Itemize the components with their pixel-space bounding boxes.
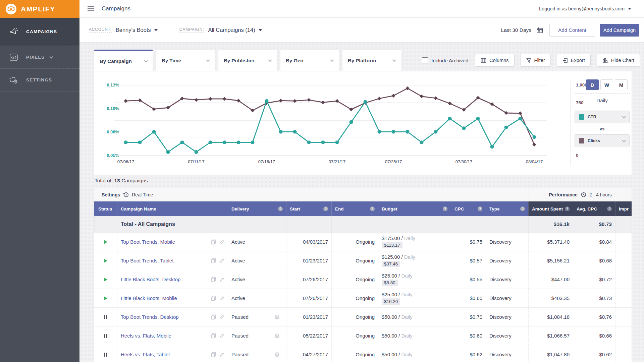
tab-by-campaign[interactable]: By Campaign: [94, 50, 153, 71]
date-range-picker[interactable]: Last 30 Days: [501, 26, 543, 34]
tab-by-platform[interactable]: By Platform: [342, 50, 401, 71]
column-header-end[interactable]: End?: [331, 201, 378, 216]
row-action-icons: [211, 352, 224, 357]
column-header-amount-spent[interactable]: Amount Spent?: [528, 201, 573, 216]
table-row: Little Black Boots, DesktopActive07/26/2…: [94, 270, 632, 289]
ctr-point: [350, 120, 353, 124]
column-header-campaign-name[interactable]: Campaign Name: [117, 201, 228, 216]
pencil-edit-icon[interactable]: [219, 296, 224, 301]
sidebar-item-label: PIXELS: [26, 55, 45, 60]
primary-metric-dropdown[interactable]: CTR: [575, 111, 630, 123]
chevron-down-icon: [622, 115, 626, 118]
secondary-metric-dropdown[interactable]: Clicks: [575, 134, 630, 147]
delivery-value: Paused: [231, 314, 249, 320]
filter-button[interactable]: Filter: [521, 54, 551, 67]
pencil-edit-icon[interactable]: [219, 333, 224, 339]
column-header-status[interactable]: Status: [94, 201, 117, 216]
logged-in-menu[interactable]: Logged in as benny@bennysboots.com: [539, 6, 631, 11]
campaign-name-link[interactable]: Top Boot Trends, Tablet: [121, 258, 173, 263]
copy-icon[interactable]: [211, 333, 216, 339]
total-status-cell: [94, 216, 117, 232]
include-archived-checkbox[interactable]: Include Archived: [422, 57, 468, 63]
filter-label: Filter: [534, 58, 545, 63]
help-icon[interactable]: ?: [478, 206, 482, 211]
column-header-budget[interactable]: Budget?: [378, 201, 451, 216]
help-icon[interactable]: ?: [275, 315, 279, 319]
column-header-start[interactable]: Start?: [286, 201, 331, 216]
granularity-button-m[interactable]: M: [615, 79, 628, 90]
copy-icon[interactable]: [211, 258, 216, 263]
help-icon[interactable]: ?: [520, 206, 525, 211]
checkbox-icon[interactable]: [422, 57, 428, 63]
export-button[interactable]: Export: [557, 54, 591, 67]
tab-label: By Time: [162, 58, 181, 63]
column-header-avg-cpc[interactable]: Avg. CPC?: [573, 201, 615, 216]
help-icon[interactable]: ?: [607, 206, 612, 211]
pencil-edit-icon[interactable]: [219, 314, 224, 320]
campaign-name-link[interactable]: Heels vs. Flats, Mobile: [121, 333, 171, 339]
total-count: 13: [114, 178, 120, 183]
pencil-edit-icon[interactable]: [219, 258, 224, 263]
budget-spent-pill: $16.20: [382, 298, 400, 305]
copy-icon[interactable]: [211, 239, 216, 245]
help-icon[interactable]: ?: [565, 206, 570, 211]
ctr-point: [392, 130, 395, 134]
column-header-cpc[interactable]: CPC?: [451, 201, 486, 216]
add-content-button[interactable]: Add Content: [549, 24, 595, 37]
menu-hamburger-icon[interactable]: [88, 5, 94, 12]
campaign-name-link[interactable]: Heels vs. Flats, Tablet: [121, 352, 170, 357]
type-cell: Discovery: [486, 270, 528, 289]
copy-icon[interactable]: [211, 296, 216, 301]
help-icon[interactable]: ?: [443, 206, 447, 211]
amount-spent-cell: $447.00: [528, 270, 573, 289]
ctr-point: [504, 126, 508, 129]
add-campaign-button[interactable]: Add Campaign: [600, 24, 639, 37]
tab-by-time[interactable]: By Time: [156, 50, 215, 71]
performance-latency-box: Performance 2 - 4 hours: [529, 188, 632, 201]
sidebar-item-settings[interactable]: SETTINGS: [0, 69, 79, 92]
help-icon[interactable]: ?: [370, 206, 375, 211]
help-icon[interactable]: ?: [275, 334, 279, 338]
campaign-name-link[interactable]: Top Boot Trends, Desktop: [121, 314, 179, 320]
table-row: Top Boot Trends, TabletActive01/23/2017O…: [94, 251, 632, 270]
column-header-impr[interactable]: Impr: [615, 201, 632, 216]
tab-by-publisher[interactable]: By Publisher: [218, 50, 277, 71]
pencil-edit-icon[interactable]: [219, 239, 224, 245]
campaign-count-summary: Total of: 13 Campaigns: [95, 178, 148, 184]
help-icon[interactable]: ?: [278, 206, 283, 211]
sidebar-item-campaigns[interactable]: CAMPAIGNS: [0, 18, 79, 46]
columns-button[interactable]: Columns: [475, 54, 514, 67]
campaign-name-cell: Little Black Boots, Mobile: [117, 289, 228, 307]
campaign-name-link[interactable]: Little Black Boots, Desktop: [121, 277, 180, 282]
row-action-icons: [211, 314, 224, 320]
account-label: ACCOUNT:: [89, 27, 112, 33]
campaign-name-link[interactable]: Top Boot Trends, Mobile: [121, 239, 175, 245]
ctr-point: [448, 117, 452, 120]
tab-by-geo[interactable]: By Geo: [280, 50, 339, 71]
campaign-name-link[interactable]: Little Black Boots, Mobile: [121, 295, 177, 301]
copy-icon[interactable]: [211, 314, 216, 320]
pencil-edit-icon[interactable]: [219, 277, 224, 282]
pencil-edit-icon[interactable]: [219, 352, 224, 357]
account-selector[interactable]: ACCOUNT: Benny's Boots: [89, 27, 158, 33]
budget-value: $25.00 /: [382, 273, 400, 279]
granularity-button-d[interactable]: D: [586, 79, 599, 90]
help-icon[interactable]: ?: [323, 206, 328, 211]
sidebar-item-pixels[interactable]: PIXELS: [0, 46, 79, 69]
campaign-selector[interactable]: CAMPAIGN: All Campaigns (14): [179, 27, 262, 33]
total-row-label: Total - All Campaigns: [121, 221, 175, 227]
granularity-button-w[interactable]: W: [600, 79, 613, 90]
ctr-point: [476, 117, 480, 120]
copy-icon[interactable]: [211, 277, 216, 282]
status-cell: [94, 345, 117, 362]
budget-spent-pill: $113.17: [382, 242, 402, 248]
export-document-icon: [562, 58, 568, 63]
hide-chart-button[interactable]: Hide Chart: [597, 54, 640, 67]
column-header-delivery[interactable]: Delivery?: [228, 201, 286, 216]
help-icon[interactable]: ?: [275, 352, 279, 357]
budget-cadence: Daily: [404, 235, 415, 241]
column-header-type[interactable]: Type?: [486, 201, 528, 216]
chevron-down-icon: [144, 59, 148, 62]
vs-row: vs: [575, 126, 630, 131]
copy-icon[interactable]: [211, 352, 216, 357]
